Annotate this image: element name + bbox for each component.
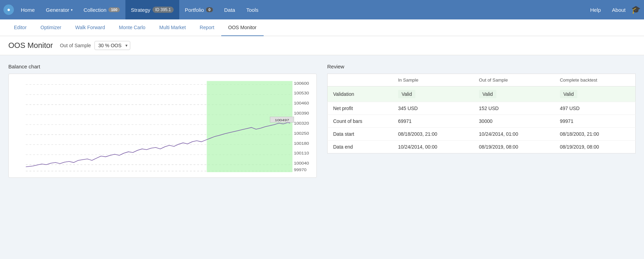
sub-navigation: Editor Optimizer Walk Forward Monte Carl… [0, 19, 644, 36]
nav-about[interactable]: About [606, 0, 631, 19]
review-row-0: ValidationValidValidValid [328, 86, 636, 102]
svg-text:100390: 100390 [294, 111, 309, 115]
page-title: OOS Monitor [8, 41, 53, 50]
review-table: In Sample Out of Sample Complete backtes… [327, 74, 636, 153]
review-in-sample-4: 10/24/2014, 00:00 [393, 141, 473, 153]
svg-text:100600: 100600 [294, 81, 309, 85]
svg-text:100497: 100497 [275, 118, 289, 122]
review-out-of-sample-0: Valid [473, 86, 554, 102]
tab-monte-carlo[interactable]: Monte Carlo [112, 19, 152, 36]
svg-rect-20 [207, 81, 292, 172]
tab-walk-forward[interactable]: Walk Forward [68, 19, 112, 36]
balance-chart-title: Balance chart [8, 64, 317, 69]
nav-data[interactable]: Data [218, 0, 241, 19]
review-section: Review In Sample Out of Sample Complete … [327, 64, 636, 178]
review-complete-4: 08/19/2019, 08:00 [554, 141, 636, 153]
col-header-out-of-sample: Out of Sample [473, 74, 554, 86]
review-complete-2: 99971 [554, 115, 636, 128]
nav-collection[interactable]: Collection 100 [78, 0, 125, 19]
main-content: Balance chart 100600 100530 100460 10039… [0, 55, 644, 186]
review-in-sample-2: 69971 [393, 115, 473, 128]
review-complete-0: Valid [554, 86, 636, 102]
nav-help[interactable]: Help [585, 0, 606, 19]
nav-home[interactable]: Home [15, 0, 40, 19]
svg-text:99970: 99970 [294, 168, 307, 172]
review-title: Review [327, 64, 636, 69]
nav-portfolio[interactable]: Portfolio 0 [179, 0, 218, 19]
review-row-label-0: Validation [328, 86, 393, 102]
col-header-label [328, 74, 393, 86]
svg-text:100040: 100040 [294, 161, 309, 165]
tab-multi-market[interactable]: Multi Market [152, 19, 193, 36]
top-navigation: ● Home Generator ▾ Collection 100 Strate… [0, 0, 644, 19]
review-header-row: In Sample Out of Sample Complete backtes… [328, 74, 636, 86]
balance-chart-container: 100600 100530 100460 100390 100320 10025… [8, 74, 317, 178]
review-row-label-1: Net profit [328, 102, 393, 115]
tab-optimizer[interactable]: Optimizer [34, 19, 68, 36]
review-complete-1: 497 USD [554, 102, 636, 115]
nav-strategy[interactable]: Strategy ID 395.1 [125, 0, 179, 19]
review-row-4: Data end10/24/2014, 00:0008/19/2019, 08:… [328, 141, 636, 153]
col-header-in-sample: In Sample [393, 74, 473, 86]
home-icon[interactable]: ● [3, 5, 14, 15]
review-row-label-3: Data start [328, 128, 393, 141]
oos-percentage-select[interactable]: 30 % OOS 20 % OOS 40 % OOS [94, 41, 130, 50]
col-header-complete: Complete backtest [554, 74, 636, 86]
review-row-label-2: Count of bars [328, 115, 393, 128]
nav-generator[interactable]: Generator ▾ [40, 0, 78, 19]
review-out-of-sample-4: 08/19/2019, 08:00 [473, 141, 554, 153]
nav-tools[interactable]: Tools [241, 0, 264, 19]
strategy-id-badge: ID 395.1 [152, 7, 174, 13]
tab-report[interactable]: Report [193, 19, 221, 36]
svg-text:100110: 100110 [294, 151, 309, 155]
review-row-1: Net profit345 USD152 USD497 USD [328, 102, 636, 115]
review-in-sample-3: 08/18/2003, 21:00 [393, 128, 473, 141]
review-out-of-sample-2: 30000 [473, 115, 554, 128]
svg-text:100530: 100530 [294, 91, 309, 95]
generator-arrow-icon: ▾ [71, 8, 73, 12]
review-out-of-sample-1: 152 USD [473, 102, 554, 115]
tab-oos-monitor[interactable]: OOS Monitor [221, 19, 264, 36]
review-row-label-4: Data end [328, 141, 393, 153]
balance-chart-svg: 100600 100530 100460 100390 100320 10025… [12, 77, 313, 174]
collection-badge: 100 [108, 7, 119, 12]
review-in-sample-0: Valid [393, 86, 473, 102]
review-row-2: Count of bars699713000099971 [328, 115, 636, 128]
svg-text:100460: 100460 [294, 101, 309, 105]
out-of-sample-label: Out of Sample [60, 43, 91, 48]
review-complete-3: 08/18/2003, 21:00 [554, 128, 636, 141]
oos-select-wrapper[interactable]: 30 % OOS 20 % OOS 40 % OOS [94, 41, 130, 50]
svg-text:100250: 100250 [294, 131, 309, 135]
mortarboard-icon: 🎓 [631, 5, 641, 14]
review-row-3: Data start08/18/2003, 21:0010/24/2014, 0… [328, 128, 636, 141]
review-out-of-sample-3: 10/24/2014, 01:00 [473, 128, 554, 141]
tab-editor[interactable]: Editor [7, 19, 34, 36]
portfolio-badge: 0 [206, 7, 213, 12]
review-in-sample-1: 345 USD [393, 102, 473, 115]
svg-text:100320: 100320 [294, 121, 309, 125]
svg-text:100180: 100180 [294, 141, 309, 145]
balance-chart-section: Balance chart 100600 100530 100460 10039… [8, 64, 317, 178]
page-header: OOS Monitor Out of Sample 30 % OOS 20 % … [0, 36, 644, 55]
